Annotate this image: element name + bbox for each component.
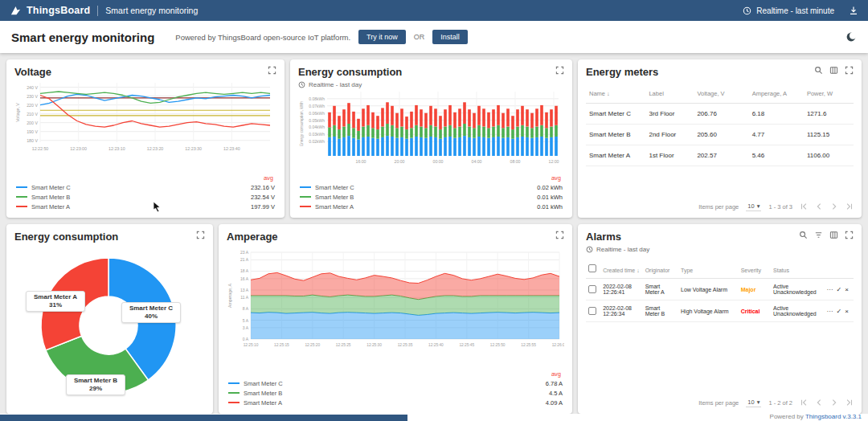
- cell-created-time: 2022-02-08 12:26:34: [600, 300, 642, 322]
- energy-meters-table: Name ↓LabelVoltage, VAmperage, APower, W…: [586, 84, 854, 166]
- svg-text:20:00: 20:00: [395, 159, 405, 164]
- legend-item[interactable]: Smart Meter A4.09 A: [228, 398, 563, 407]
- legend-avg-value: 197.99 V: [251, 203, 275, 210]
- items-per-page-select[interactable]: 10 ▾: [746, 202, 761, 211]
- svg-text:12:23:30: 12:23:30: [185, 146, 202, 151]
- column-header[interactable]: Severity: [739, 260, 771, 279]
- search-icon[interactable]: [799, 231, 808, 239]
- search-icon[interactable]: [814, 66, 823, 75]
- legend-item[interactable]: Smart Meter A197.99 V: [16, 202, 275, 211]
- svg-text:12:22:50: 12:22:50: [32, 146, 49, 151]
- column-header[interactable]: Power, W: [804, 84, 854, 104]
- svg-text:12:25:45: 12:25:45: [459, 343, 474, 347]
- column-header[interactable]: Amperage, A: [749, 84, 804, 104]
- widget-title: Energy meters: [586, 66, 658, 78]
- alarm-row[interactable]: 2022-02-08 12:26:41Smart Meter ALow Volt…: [586, 279, 854, 300]
- clear-close-icon[interactable]: ×: [845, 308, 849, 315]
- first-page-icon[interactable]: [800, 202, 808, 210]
- legend-item[interactable]: Smart Meter C0.02 kWh: [300, 182, 563, 192]
- legend-item[interactable]: Smart Meter B232.54 V: [16, 192, 275, 202]
- column-header[interactable]: Status: [771, 260, 821, 279]
- cell-voltage: 202.57: [694, 145, 748, 166]
- table-row[interactable]: Smart Meter A1st Floor202.575.461106.00: [586, 145, 854, 166]
- thingsboard-logo-icon[interactable]: [10, 5, 22, 17]
- timewindow-label[interactable]: Realtime - last minute: [756, 6, 834, 15]
- fullscreen-icon[interactable]: [845, 66, 854, 75]
- legend-avg-value: 0.01 kWh: [537, 194, 563, 201]
- next-page-icon[interactable]: [830, 399, 838, 407]
- table-row[interactable]: Smart Meter B2nd Floor205.604.771125.15: [586, 125, 854, 145]
- last-page-icon[interactable]: [845, 202, 854, 210]
- columns-icon[interactable]: [829, 231, 838, 239]
- column-header[interactable]: Name ↓: [586, 84, 645, 104]
- legend-item[interactable]: Smart Meter C232.16 V: [16, 182, 275, 192]
- legend-swatch: [16, 186, 27, 188]
- fullscreen-icon[interactable]: [845, 231, 854, 239]
- svg-text:16 A: 16 A: [240, 276, 249, 281]
- brand-name[interactable]: ThingsBoard: [27, 5, 90, 16]
- acknowledge-check-icon[interactable]: ✓: [837, 286, 842, 293]
- svg-text:0.07kWh: 0.07kWh: [309, 104, 325, 108]
- voltage-widget: Voltage Voltage, V180 V190 V200 V210 V22…: [6, 59, 285, 218]
- column-header[interactable]: Created time ↓: [600, 260, 642, 279]
- dark-mode-moon-icon[interactable]: [845, 31, 857, 43]
- select-all-cell: [586, 260, 600, 279]
- svg-text:240 V: 240 V: [27, 85, 38, 90]
- clock-icon[interactable]: [298, 81, 305, 88]
- column-header[interactable]: Label: [645, 84, 694, 104]
- cell-label: 3rd Floor: [645, 104, 694, 125]
- column-header[interactable]: Originator: [643, 260, 678, 279]
- clock-icon[interactable]: [586, 246, 593, 253]
- column-header[interactable]: Type: [678, 260, 739, 279]
- fullscreen-icon[interactable]: [555, 66, 564, 75]
- prev-page-icon[interactable]: [815, 202, 823, 210]
- widget-timewindow-label[interactable]: Realtime - last day: [309, 81, 362, 88]
- voltage-legend: avgSmart Meter C232.16 VSmart Meter B232…: [14, 174, 276, 211]
- select-all-checkbox[interactable]: [588, 264, 596, 272]
- legend-item[interactable]: Smart Meter C6.78 A: [228, 378, 563, 388]
- thingsboard-version-link[interactable]: Thingsboard v.3.3.1: [805, 413, 862, 420]
- install-button[interactable]: Install: [432, 30, 468, 44]
- fullscreen-icon[interactable]: [196, 231, 205, 239]
- cell-status: Active Unacknowledged: [771, 279, 821, 300]
- cell-status: Active Unacknowledged: [771, 300, 821, 322]
- filter-icon[interactable]: [814, 231, 823, 239]
- cell-name: Smart Meter B: [586, 125, 645, 145]
- bottom-navbar-strip: [0, 415, 407, 421]
- alarm-row[interactable]: 2022-02-08 12:26:34Smart Meter BHigh Vol…: [586, 300, 854, 322]
- row-checkbox[interactable]: [588, 285, 596, 293]
- mouse-cursor: [153, 201, 162, 215]
- items-per-page-select[interactable]: 10 ▾: [746, 398, 761, 407]
- row-checkbox[interactable]: [588, 307, 596, 315]
- more-icon[interactable]: ···: [827, 308, 833, 315]
- svg-text:23 A: 23 A: [240, 250, 249, 255]
- cell-severity: Critical: [739, 300, 771, 322]
- first-page-icon[interactable]: [800, 399, 808, 407]
- svg-text:12:25:35: 12:25:35: [398, 343, 413, 347]
- legend-item[interactable]: Smart Meter A0.01 kWh: [300, 202, 563, 211]
- columns-icon[interactable]: [829, 66, 838, 75]
- column-header[interactable]: Voltage, V: [694, 84, 748, 104]
- widget-timewindow-label[interactable]: Realtime - last day: [596, 246, 649, 253]
- energy-consumption-bar-chart[interactable]: Energy consumption, kWh0.02kWh0.03kWh0.0…: [298, 88, 563, 169]
- more-icon[interactable]: ···: [827, 286, 833, 293]
- clock-icon[interactable]: [743, 6, 751, 15]
- try-it-now-button[interactable]: Try it now: [358, 30, 406, 44]
- clear-close-icon[interactable]: ×: [845, 286, 849, 293]
- last-page-icon[interactable]: [845, 399, 854, 407]
- acknowledge-check-icon[interactable]: ✓: [837, 308, 842, 315]
- voltage-line-chart[interactable]: Voltage, V180 V190 V200 V210 V220 V230 V…: [14, 78, 275, 155]
- table-row[interactable]: Smart Meter C3rd Floor206.766.181271.6: [586, 104, 854, 125]
- prev-page-icon[interactable]: [815, 399, 823, 407]
- legend-avg-value: 4.09 A: [546, 399, 563, 407]
- next-page-icon[interactable]: [830, 202, 838, 210]
- legend-item[interactable]: Smart Meter B0.01 kWh: [300, 192, 563, 202]
- amperage-area-chart[interactable]: Amperage, A0 A3 A5 A8 A11 A13 A16 A18 A2…: [227, 246, 564, 360]
- pie-label-percent: 31%: [29, 301, 82, 309]
- download-icon[interactable]: [849, 6, 858, 15]
- svg-text:0.05kWh: 0.05kWh: [309, 118, 325, 123]
- cell-type: Low Voltage Alarm: [678, 279, 739, 300]
- fullscreen-icon[interactable]: [555, 231, 564, 239]
- legend-item[interactable]: Smart Meter B4.5 A: [228, 388, 563, 398]
- fullscreen-icon[interactable]: [268, 66, 276, 75]
